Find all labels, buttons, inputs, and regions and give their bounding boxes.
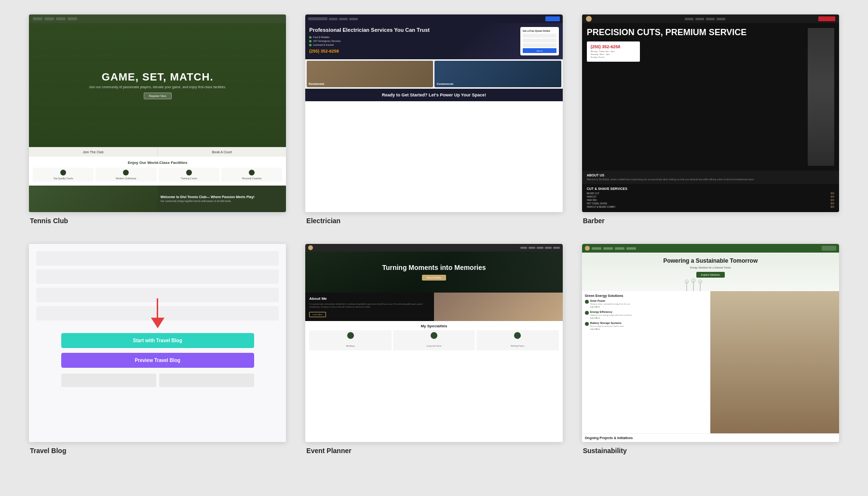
barber-label: Barber: [582, 217, 839, 225]
tennis-tab-book[interactable]: Book A Court: [158, 147, 286, 157]
sustain-nav: [582, 244, 839, 253]
sustain-item-1: Solar Power Harness clean, renewable ene…: [585, 299, 708, 308]
barber-phone: (255) 352-6258: [591, 44, 636, 49]
barber-services: CUT & SHAVE SERVICES BEARD CUT $30 HAIRC…: [582, 184, 839, 212]
tennis-section: Enjoy Our World-Class Facilities Top-Qua…: [29, 157, 286, 186]
card-tennis-club[interactable]: GAME, SET, MATCH. Join our community of …: [29, 14, 286, 225]
tennis-col-label-1: Top-Quality Courts: [34, 177, 93, 180]
tennis-hero: GAME, SET, MATCH. Join our community of …: [29, 23, 286, 147]
sustainability-preview[interactable]: Powering a Sustainable Tomorrow Energy S…: [582, 244, 839, 442]
event-nav-logo: [308, 245, 313, 250]
travel-blog-preview[interactable]: Start with Travel Blog Preview Travel Bl…: [29, 244, 286, 442]
elec-cta: Ready to Get Started? Let's Power Up You…: [305, 89, 562, 101]
tennis-col-4: Personal Coaches: [221, 168, 282, 182]
barber-service-price-3: $25: [830, 199, 834, 201]
travel-start-btn[interactable]: Start with Travel Blog: [61, 333, 254, 348]
elec-nav-item: [329, 18, 338, 20]
windmill-tower-1: [686, 282, 687, 291]
barber-preview[interactable]: PRECISION CUTS, PREMIUM SERVICE (255) 35…: [582, 14, 839, 212]
sustain-hero-subtitle: Energy Solutions for a Greener Future: [587, 266, 834, 269]
tennis-nav: [29, 14, 286, 23]
card-event-planner[interactable]: Turning Moments into Memories View Portf…: [305, 244, 562, 454]
event-spec-icon-3: [514, 332, 521, 339]
template-grid: GAME, SET, MATCH. Join our community of …: [29, 14, 839, 455]
tennis-col-label-2: Modern Clubhouse: [96, 177, 155, 180]
barber-contact-box: (255) 352-6258 Monday - Friday: 9am - 8p…: [587, 41, 640, 62]
sustain-hero-btn[interactable]: Explore Solutions: [696, 272, 725, 278]
sustainability-label: Sustainability: [582, 447, 839, 455]
tennis-col-label-3: Training Courts: [160, 177, 218, 180]
barber-nav-btn[interactable]: [818, 16, 835, 21]
event-specialties: My Specialties Weddings Corporate Events: [305, 321, 562, 353]
electrician-label: Electrician: [305, 217, 562, 225]
card-electrician[interactable]: Professional Electrician Services You Ca…: [305, 14, 562, 225]
barber-nav: [582, 14, 839, 23]
sustain-dot-3: [585, 322, 589, 326]
sustain-item-2: Energy Efficiency Optimize your energy u…: [585, 310, 708, 319]
travel-bg-card-2: [36, 269, 279, 284]
sustain-nav-item: [615, 247, 624, 250]
barber-service-name-5: HAIRCUT & BEARD COMBO: [587, 206, 615, 208]
tennis-club-preview[interactable]: GAME, SET, MATCH. Join our community of …: [29, 14, 286, 212]
elec-gallery: Residential Commercial: [305, 59, 562, 89]
barber-about-title: ABOUT US: [587, 174, 834, 177]
barber-service-row-3: HAIR PAD $25: [587, 199, 834, 201]
event-planner-preview[interactable]: Turning Moments into Memories View Portf…: [305, 244, 562, 442]
elec-gallery-residential: Residential: [307, 61, 433, 87]
sustain-solutions-title: Green Energy Solutions: [585, 294, 708, 297]
card-sustainability[interactable]: Powering a Sustainable Tomorrow Energy S…: [582, 244, 839, 454]
event-spec-icon-1: [347, 332, 354, 339]
sustain-logo: [585, 246, 590, 251]
event-spec-2: Corporate Events: [393, 330, 475, 350]
event-nav-item: [520, 247, 527, 249]
event-about-image: [434, 293, 563, 321]
tennis-hero-btn[interactable]: Register Now: [144, 93, 172, 99]
sustain-item-btn-2[interactable]: Learn More: [590, 317, 632, 319]
travel-preview-btn[interactable]: Preview Travel Blog: [61, 353, 254, 368]
sustain-item-btn-1[interactable]: Learn More: [590, 306, 631, 308]
elec-input-3[interactable]: [523, 43, 556, 47]
elec-submit-btn[interactable]: Submit: [523, 48, 556, 53]
card-barber[interactable]: PRECISION CUTS, PREMIUM SERVICE (255) 35…: [582, 14, 839, 225]
elec-nav-item: [349, 18, 358, 20]
sustain-item-btn-3[interactable]: Learn More: [590, 328, 624, 330]
tennis-hero-title: GAME, SET, MATCH.: [102, 71, 214, 83]
event-spec-1: Weddings: [309, 330, 391, 350]
event-nav-item: [529, 247, 535, 249]
sustain-item-title-3: Battery Storage Systems: [590, 322, 624, 324]
barber-hours-line-3: Sunday: Closed: [591, 56, 636, 59]
event-about: About Me I'm a passionate event planner …: [305, 293, 562, 321]
card-travel-blog[interactable]: Start with Travel Blog Preview Travel Bl…: [29, 244, 286, 454]
tennis-cols: Top-Quality Courts Modern Clubhouse Trai…: [33, 168, 282, 182]
sustain-content: Green Energy Solutions Solar Power Harne…: [582, 291, 839, 433]
sustain-footer: Ongoing Projects & Initiatives: [582, 433, 839, 442]
event-about-btn[interactable]: Learn More: [309, 312, 326, 317]
barber-hero-left: PRECISION CUTS, PREMIUM SERVICE (255) 35…: [587, 28, 803, 166]
windmill-tower-3: [700, 282, 701, 291]
barber-service-row-2: HAIRCUT $45: [587, 196, 834, 198]
event-specialties-title: My Specialties: [309, 324, 558, 328]
sustain-dot-2: [585, 311, 589, 315]
tennis-col-3: Training Courts: [159, 168, 219, 182]
tennis-col-icon-3: [186, 170, 192, 175]
travel-bottom-card-1: [61, 374, 156, 387]
tennis-tab-join[interactable]: Join The Club: [29, 147, 158, 157]
sustain-image: [710, 291, 839, 433]
elec-gallery-label-residential: Residential: [309, 82, 431, 85]
windmill-3: [698, 280, 702, 291]
event-hero-btn[interactable]: View Portfolio: [422, 275, 446, 281]
sustain-nav-btn[interactable]: [822, 246, 836, 251]
sustain-hero-title: Powering a Sustainable Tomorrow: [587, 257, 834, 264]
elec-dot-3: [309, 44, 312, 46]
elec-form-title: Get a Free Quote Online: [523, 29, 556, 32]
barber-hours: Monday - Friday: 9am - 8pm Saturday: 10a…: [591, 50, 636, 59]
travel-blog-label: Travel Blog: [29, 447, 286, 455]
tennis-bottom-image: [29, 186, 158, 212]
sustain-item-text-1: Solar Power Harness clean, renewable ene…: [590, 299, 631, 308]
elec-input-2[interactable]: [523, 39, 556, 42]
elec-nav-btn[interactable]: [545, 16, 560, 21]
elec-input-1[interactable]: [523, 34, 556, 38]
travel-bg-card-1: [36, 251, 279, 266]
elec-nav: [305, 14, 562, 23]
electrician-preview[interactable]: Professional Electrician Services You Ca…: [305, 14, 562, 212]
